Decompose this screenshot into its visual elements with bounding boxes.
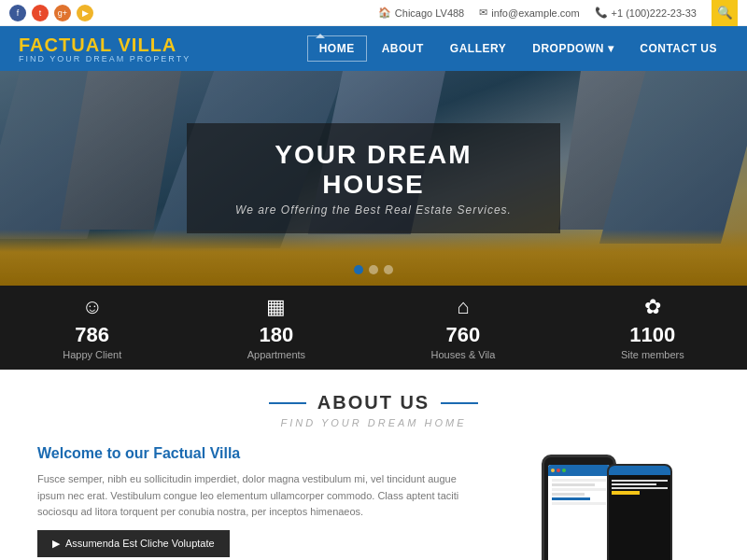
nav-dropdown[interactable]: DROPDOWN ▾ xyxy=(521,36,625,61)
logo-tagline: FIND YOUR DREAM PROPERTY xyxy=(19,54,190,63)
social-links: f t g+ ▶ xyxy=(9,5,93,21)
phone2-header xyxy=(609,466,670,475)
hero-dot-1[interactable] xyxy=(354,265,363,274)
phone-line-3 xyxy=(552,488,606,491)
about-title: ABOUT US xyxy=(37,392,710,413)
search-icon: 🔍 xyxy=(717,6,733,20)
stat-happy-clients: ☺ 786 Happy Client xyxy=(63,295,121,360)
dot-red xyxy=(557,469,560,472)
phone-line-5 xyxy=(552,497,590,500)
nav-about[interactable]: ABOUT xyxy=(371,36,435,61)
stat-number-apartments: 180 xyxy=(247,323,305,347)
top-bar: f t g+ ▶ 🏠 Chicago LV488 ✉ info@example.… xyxy=(0,0,747,26)
nav-gallery[interactable]: GALLERY xyxy=(439,36,517,61)
about-content: Welcome to our Factual Villa Fusce sempe… xyxy=(37,445,710,560)
about-subtitle: Find Your Dream Home xyxy=(37,417,710,428)
hero-content: YOUR DREAM HOUSE We are Offering the Bes… xyxy=(187,123,560,233)
stat-label-members: Site members xyxy=(621,349,684,360)
dot-yellow xyxy=(551,469,555,472)
house-icon: ⌂ xyxy=(431,295,496,319)
dot-green xyxy=(562,469,566,472)
apartment-icon: ▦ xyxy=(247,295,305,319)
phone2-cta xyxy=(612,491,640,495)
logo: FACTUAL VILLA FIND YOUR DREAM PROPERTY xyxy=(19,35,190,63)
location-text: Chicago LV488 xyxy=(395,7,464,19)
phone-screen-header-1 xyxy=(548,465,610,476)
title-line-left xyxy=(269,402,306,404)
about-body-text: Fusce semper, nibh eu sollicitudin imper… xyxy=(37,471,476,521)
stat-number-members: 1100 xyxy=(621,323,684,347)
phone-screen-1 xyxy=(548,465,610,560)
stats-bar: ☺ 786 Happy Client ▦ 180 Appartments ⌂ 7… xyxy=(0,286,747,370)
phone-content-lines xyxy=(551,478,607,508)
about-welcome-text: Welcome to our xyxy=(37,445,153,461)
about-brand-name: Factual Villa xyxy=(153,445,240,461)
about-title-text: ABOUT US xyxy=(317,392,430,413)
phone2-line-3 xyxy=(612,487,668,489)
main-nav: HOME ABOUT GALLERY DROPDOWN ▾ CONTACT US xyxy=(307,35,728,62)
facebook-button[interactable]: f xyxy=(9,5,26,21)
hero-dots xyxy=(354,265,393,274)
logo-text: FACTUAL VILLA xyxy=(19,35,190,56)
about-cta-button[interactable]: ▶ Assumenda Est Cliche Voluptate xyxy=(37,530,230,557)
email-icon: ✉ xyxy=(479,7,487,19)
twitter-button[interactable]: t xyxy=(32,5,49,21)
search-button[interactable]: 🔍 xyxy=(712,0,738,26)
email-text: info@example.com xyxy=(491,7,579,19)
phone-devices xyxy=(542,445,672,560)
email-info: ✉ info@example.com xyxy=(479,7,579,19)
phone-line-1 xyxy=(552,479,606,482)
phone-line-6 xyxy=(552,502,606,505)
about-section: ABOUT US Find Your Dream Home Welcome to… xyxy=(0,370,747,560)
hero-title: YOUR DREAM HOUSE xyxy=(224,140,523,200)
stat-number-clients: 786 xyxy=(63,323,121,347)
about-text-block: Welcome to our Factual Villa Fusce sempe… xyxy=(37,445,476,560)
phone-text: +1 (100)222-23-33 xyxy=(612,7,697,19)
phone-icon: 📞 xyxy=(595,7,608,19)
about-welcome-heading: Welcome to our Factual Villa xyxy=(37,445,476,462)
phone2-content xyxy=(609,477,670,499)
phone-line-4 xyxy=(552,493,585,496)
phone2-line-1 xyxy=(612,480,668,482)
location-info: 🏠 Chicago LV488 xyxy=(378,7,464,19)
members-icon: ✿ xyxy=(621,295,684,319)
stat-members: ✿ 1100 Site members xyxy=(621,295,684,360)
stat-apartments: ▦ 180 Appartments xyxy=(247,295,305,360)
googleplus-button[interactable]: g+ xyxy=(54,5,71,21)
arrow-right-icon: ▶ xyxy=(52,538,60,550)
phone2-line-2 xyxy=(612,483,656,485)
about-cta-label: Assumenda Est Cliche Voluptate xyxy=(65,538,215,549)
stat-number-houses: 760 xyxy=(431,323,496,347)
happy-client-icon: ☺ xyxy=(63,295,121,319)
nav-home[interactable]: HOME xyxy=(307,35,367,62)
location-icon: 🏠 xyxy=(378,7,391,19)
contact-info: 🏠 Chicago LV488 ✉ info@example.com 📞 +1 … xyxy=(378,0,738,26)
hero-section: YOUR DREAM HOUSE We are Offering the Bes… xyxy=(0,71,747,286)
logo-accent: VILLA xyxy=(119,35,177,55)
hero-dot-3[interactable] xyxy=(384,265,393,274)
nav-contact[interactable]: CONTACT US xyxy=(628,36,728,61)
hero-dot-2[interactable] xyxy=(369,265,378,274)
title-line-right xyxy=(441,402,478,404)
phone-device-2 xyxy=(607,464,672,560)
hero-subtitle: We are Offering the Best Real Estate Ser… xyxy=(224,203,523,217)
stat-label-apartments: Appartments xyxy=(247,349,305,360)
site-header: FACTUAL VILLA FIND YOUR DREAM PROPERTY H… xyxy=(0,26,747,71)
phone-line-2 xyxy=(552,483,595,486)
phone-mockup-area xyxy=(504,445,710,560)
stat-label-houses: Houses & Vila xyxy=(431,349,496,360)
section-heading: ABOUT US Find Your Dream Home xyxy=(37,392,710,428)
phone-info: 📞 +1 (100)222-23-33 xyxy=(595,7,697,19)
stat-houses: ⌂ 760 Houses & Vila xyxy=(431,295,496,360)
youtube-button[interactable]: ▶ xyxy=(77,5,93,21)
phone-device-1 xyxy=(542,455,616,560)
logo-main: FACTUAL xyxy=(19,35,119,55)
stat-label-clients: Happy Client xyxy=(63,349,121,360)
